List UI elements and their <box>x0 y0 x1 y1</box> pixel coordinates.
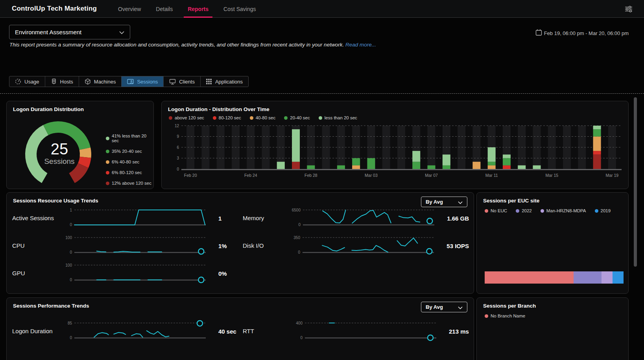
svg-text:350: 350 <box>294 236 301 240</box>
legend-item-2022[interactable]: 2022 <box>516 208 532 213</box>
svg-text:400: 400 <box>296 321 303 325</box>
euc-bar-segment-no-euc <box>485 271 574 284</box>
svg-text:0: 0 <box>299 223 301 227</box>
legend-item-40-80-sec[interactable]: 40-80 sec <box>250 115 276 120</box>
svg-text:Mar 11: Mar 11 <box>485 173 498 178</box>
nav-item-cost-savings[interactable]: Cost Savings <box>223 0 256 18</box>
tab-machines[interactable]: Machines <box>79 76 122 87</box>
legend-item-less-than-20-sec[interactable]: less than 20 sec <box>319 115 357 120</box>
report-description: This report presents a summary of resour… <box>9 42 376 48</box>
metric-value: 1 <box>218 215 221 222</box>
legend-label: 2022 <box>522 208 532 213</box>
metric-label: Disk I/O <box>243 241 284 251</box>
legend-item-above-120-sec[interactable]: above 120 sec <box>169 115 204 120</box>
app-header: ControlUp Tech Marketing OverviewDetails… <box>0 0 644 18</box>
gpu-sparkline: 1000 <box>56 261 214 286</box>
metric-label: CPU <box>12 241 56 251</box>
legend-label: less than 20 sec <box>325 115 357 120</box>
nav-item-overview[interactable]: Overview <box>118 0 141 18</box>
read-more-link[interactable]: Read more... <box>345 42 376 48</box>
legend-item-80-120-sec[interactable]: 80-120 sec <box>213 115 241 120</box>
legend-label: 2019 <box>601 208 611 213</box>
panel-logon-duration-over-time: Logon Duration - Distribution Over Time … <box>161 101 629 189</box>
report-type-select[interactable]: Environment Assessment <box>9 25 130 39</box>
legend-item-no-branch-name[interactable]: No Branch Name <box>485 314 525 318</box>
trend-row-memory: Memory 65000 1.66 GB <box>243 207 469 230</box>
filter-sliders-icon[interactable] <box>624 5 633 13</box>
svg-text:6500: 6500 <box>292 208 301 212</box>
legend-dot <box>595 209 598 213</box>
metric-value: 1% <box>218 243 227 249</box>
panel-title: Sessions Performance Trends <box>13 303 89 309</box>
legend-item-20-40-sec[interactable]: 20-40 sec <box>284 115 310 120</box>
panel-sessions-performance-trends: Sessions Performance Trends By Avg Logon… <box>6 297 474 360</box>
legend-item-35-20-40-sec[interactable]: 35% 20-40 sec <box>106 149 153 154</box>
legend-dot <box>169 116 172 120</box>
panel-title: Sessions per Branch <box>483 303 536 309</box>
machines-cube-icon <box>85 78 91 85</box>
vertical-scrollbar[interactable] <box>634 97 637 267</box>
legend-item-6-80-120-sec[interactable]: 6% 80-120 sec <box>106 170 153 175</box>
legend-dot <box>250 116 253 120</box>
legend-item-12-above-120-sec[interactable]: 12% above 120 sec <box>106 181 153 186</box>
main-nav: OverviewDetailsReportsCost Savings <box>118 0 256 18</box>
legend-dot <box>106 171 109 174</box>
legend-item-no-euc[interactable]: No EUC <box>485 208 507 213</box>
metric-label: RTT <box>243 327 287 336</box>
panel-title: Sessions Resource Usage Trends <box>13 198 98 204</box>
usage-gauge-icon <box>15 78 21 85</box>
tab-clients[interactable]: Clients <box>164 76 201 87</box>
logon-duration-sparkline: 850 <box>56 319 214 343</box>
svg-text:Feb 28: Feb 28 <box>304 173 317 178</box>
trend-row-rtt: RTT 4000 213 ms <box>243 320 469 343</box>
metric-value: 53 IOPS <box>447 243 469 249</box>
svg-text:0: 0 <box>177 167 179 171</box>
legend-label: 20-40 sec <box>290 115 310 120</box>
svg-text:6: 6 <box>177 145 179 150</box>
legend-item-6-40-80-sec[interactable]: 6% 40-80 sec <box>106 160 153 164</box>
legend-label: 12% above 120 sec <box>112 181 151 186</box>
euc-site-stacked-bar <box>485 271 624 284</box>
svg-text:0: 0 <box>298 250 301 254</box>
tab-usage[interactable]: Usage <box>9 76 45 87</box>
tab-applications[interactable]: Applications <box>201 76 248 87</box>
branch-legend: No Branch Name <box>485 314 525 318</box>
tab-label: Usage <box>24 79 39 85</box>
panel-sessions-per-branch: Sessions per Branch No Branch Name <box>476 297 629 360</box>
legend-dot <box>541 209 544 213</box>
legend-dot <box>106 137 109 140</box>
legend-dot <box>106 182 109 185</box>
tab-sessions[interactable]: Sessions <box>122 76 164 87</box>
legend-item-2019[interactable]: 2019 <box>595 208 611 213</box>
report-type-value: Environment Assessment <box>15 29 119 35</box>
svg-text:100: 100 <box>65 263 72 267</box>
nav-item-reports[interactable]: Reports <box>188 0 209 18</box>
nav-item-details[interactable]: Details <box>156 0 173 18</box>
tab-label: Clients <box>179 79 195 85</box>
trend-row-logon-duration: Logon Duration 850 40 sec <box>12 320 238 343</box>
legend-dot <box>106 150 109 153</box>
legend-label: 35% 20-40 sec <box>112 149 142 154</box>
chevron-down-icon <box>458 199 463 206</box>
legend-label: No Branch Name <box>491 314 525 318</box>
euc-bar-segment-2019 <box>613 271 624 284</box>
panel-title: Logon Duration Distribution <box>13 106 84 112</box>
trend-row-gpu: GPU 1000 0% <box>12 262 238 285</box>
legend-label: 6% 40-80 sec <box>112 160 139 164</box>
legend-label: 80-120 sec <box>219 115 241 120</box>
metric-value: 213 ms <box>449 328 469 335</box>
cpu-sparkline: 1000 <box>56 234 214 258</box>
tab-hosts[interactable]: Hosts <box>45 76 79 87</box>
svg-text:3: 3 <box>177 156 179 160</box>
aggregation-select[interactable]: By Avg <box>421 302 467 312</box>
legend-label: above 120 sec <box>175 115 204 120</box>
aggregation-select[interactable]: By Avg <box>421 197 467 207</box>
legend-dot <box>516 209 519 213</box>
legend-dot <box>485 314 488 318</box>
legend-item-41-less-than-20-sec[interactable]: 41% less than 20 sec <box>106 134 153 143</box>
legend-label: Man-HRZN8-MDPA <box>546 208 586 213</box>
svg-text:Mar 03: Mar 03 <box>365 173 378 178</box>
metric-value: 0% <box>218 270 227 277</box>
legend-item-man-hrzn8-mdpa[interactable]: Man-HRZN8-MDPA <box>541 208 586 213</box>
date-range-picker[interactable]: Feb 19, 06:00 pm - Mar 20, 06:00 pm <box>535 29 629 37</box>
